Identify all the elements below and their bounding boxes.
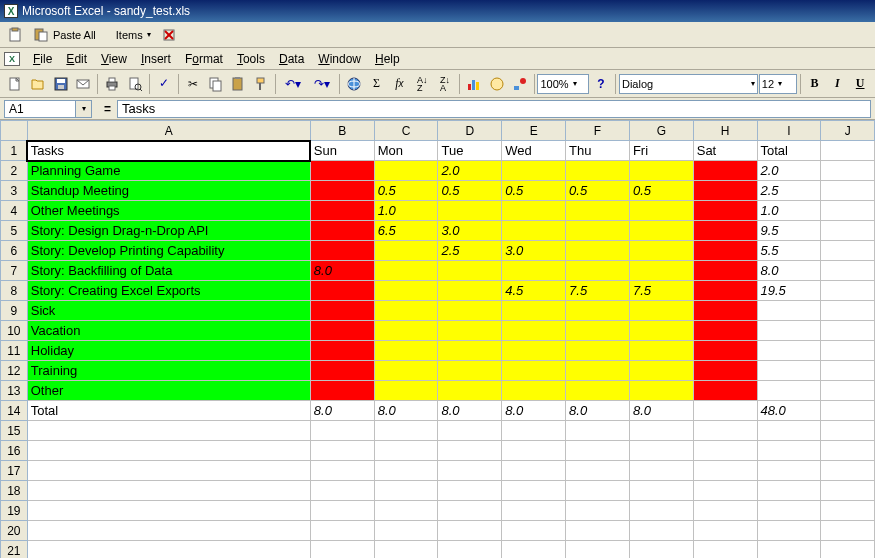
cell-J8[interactable] — [821, 281, 875, 301]
cell-B2[interactable] — [310, 161, 374, 181]
row-header-9[interactable]: 9 — [1, 301, 28, 321]
cell-E19[interactable] — [502, 501, 566, 521]
cell-C5[interactable]: 6.5 — [374, 221, 438, 241]
map-icon[interactable] — [486, 73, 508, 95]
cell-D2[interactable]: 2.0 — [438, 161, 502, 181]
cell-I21[interactable] — [757, 541, 821, 559]
cell-G15[interactable] — [629, 421, 693, 441]
cell-E16[interactable] — [502, 441, 566, 461]
row-header-16[interactable]: 16 — [1, 441, 28, 461]
cell-H14[interactable] — [693, 401, 757, 421]
cell-B7[interactable]: 8.0 — [310, 261, 374, 281]
cell-B21[interactable] — [310, 541, 374, 559]
cell-D19[interactable] — [438, 501, 502, 521]
menu-window[interactable]: Window — [311, 49, 368, 69]
new-icon[interactable] — [4, 73, 26, 95]
cell-G20[interactable] — [629, 521, 693, 541]
cell-I7[interactable]: 8.0 — [757, 261, 821, 281]
cell-I20[interactable] — [757, 521, 821, 541]
cell-D5[interactable]: 3.0 — [438, 221, 502, 241]
col-header-H[interactable]: H — [693, 121, 757, 141]
cell-C15[interactable] — [374, 421, 438, 441]
cell-I16[interactable] — [757, 441, 821, 461]
cell-J3[interactable] — [821, 181, 875, 201]
cell-I1[interactable]: Total — [757, 141, 821, 161]
cell-I11[interactable] — [757, 341, 821, 361]
cell-C11[interactable] — [374, 341, 438, 361]
cell-J21[interactable] — [821, 541, 875, 559]
cell-A1[interactable]: Tasks — [27, 141, 310, 161]
row-header-10[interactable]: 10 — [1, 321, 28, 341]
cell-H17[interactable] — [693, 461, 757, 481]
cell-G8[interactable]: 7.5 — [629, 281, 693, 301]
cell-G2[interactable] — [629, 161, 693, 181]
menu-file[interactable]: File — [26, 49, 59, 69]
cell-B1[interactable]: Sun — [310, 141, 374, 161]
cell-F10[interactable] — [566, 321, 630, 341]
menu-edit[interactable]: Edit — [59, 49, 94, 69]
cell-G17[interactable] — [629, 461, 693, 481]
cell-G14[interactable]: 8.0 — [629, 401, 693, 421]
cell-J5[interactable] — [821, 221, 875, 241]
col-header-D[interactable]: D — [438, 121, 502, 141]
cell-H3[interactable] — [693, 181, 757, 201]
cell-B8[interactable] — [310, 281, 374, 301]
chevron-down-icon[interactable]: ▾ — [75, 101, 91, 117]
cell-C17[interactable] — [374, 461, 438, 481]
cell-H19[interactable] — [693, 501, 757, 521]
cell-J7[interactable] — [821, 261, 875, 281]
cell-F6[interactable] — [566, 241, 630, 261]
cell-J14[interactable] — [821, 401, 875, 421]
cell-C2[interactable] — [374, 161, 438, 181]
cell-H20[interactable] — [693, 521, 757, 541]
cell-F1[interactable]: Thu — [566, 141, 630, 161]
cell-B3[interactable] — [310, 181, 374, 201]
cell-H21[interactable] — [693, 541, 757, 559]
cell-J15[interactable] — [821, 421, 875, 441]
cell-A21[interactable] — [27, 541, 310, 559]
cell-D10[interactable] — [438, 321, 502, 341]
cell-A17[interactable] — [27, 461, 310, 481]
cell-A20[interactable] — [27, 521, 310, 541]
row-header-12[interactable]: 12 — [1, 361, 28, 381]
cell-B14[interactable]: 8.0 — [310, 401, 374, 421]
cell-F14[interactable]: 8.0 — [566, 401, 630, 421]
row-header-14[interactable]: 14 — [1, 401, 28, 421]
cell-I13[interactable] — [757, 381, 821, 401]
cell-G11[interactable] — [629, 341, 693, 361]
cell-C12[interactable] — [374, 361, 438, 381]
cell-I3[interactable]: 2.5 — [757, 181, 821, 201]
copy-icon[interactable] — [205, 73, 227, 95]
cell-J19[interactable] — [821, 501, 875, 521]
cell-C19[interactable] — [374, 501, 438, 521]
col-header-G[interactable]: G — [629, 121, 693, 141]
cell-A5[interactable]: Story: Design Drag-n-Drop API — [27, 221, 310, 241]
cell-C7[interactable] — [374, 261, 438, 281]
cell-E13[interactable] — [502, 381, 566, 401]
cell-B18[interactable] — [310, 481, 374, 501]
cell-A7[interactable]: Story: Backfilling of Data — [27, 261, 310, 281]
cell-D6[interactable]: 2.5 — [438, 241, 502, 261]
cell-E21[interactable] — [502, 541, 566, 559]
row-header-5[interactable]: 5 — [1, 221, 28, 241]
hyperlink-icon[interactable] — [343, 73, 365, 95]
cell-A11[interactable]: Holiday — [27, 341, 310, 361]
cell-G4[interactable] — [629, 201, 693, 221]
menu-insert[interactable]: Insert — [134, 49, 178, 69]
cell-G1[interactable]: Fri — [629, 141, 693, 161]
cell-D14[interactable]: 8.0 — [438, 401, 502, 421]
cell-E5[interactable] — [502, 221, 566, 241]
cell-G9[interactable] — [629, 301, 693, 321]
cell-D18[interactable] — [438, 481, 502, 501]
row-header-18[interactable]: 18 — [1, 481, 28, 501]
cell-C3[interactable]: 0.5 — [374, 181, 438, 201]
cut-icon[interactable]: ✂ — [182, 73, 204, 95]
sort-desc-icon[interactable]: Z↓A — [434, 73, 456, 95]
cell-H15[interactable] — [693, 421, 757, 441]
cell-H2[interactable] — [693, 161, 757, 181]
cell-H6[interactable] — [693, 241, 757, 261]
cell-J16[interactable] — [821, 441, 875, 461]
cell-J17[interactable] — [821, 461, 875, 481]
cell-C16[interactable] — [374, 441, 438, 461]
row-header-4[interactable]: 4 — [1, 201, 28, 221]
